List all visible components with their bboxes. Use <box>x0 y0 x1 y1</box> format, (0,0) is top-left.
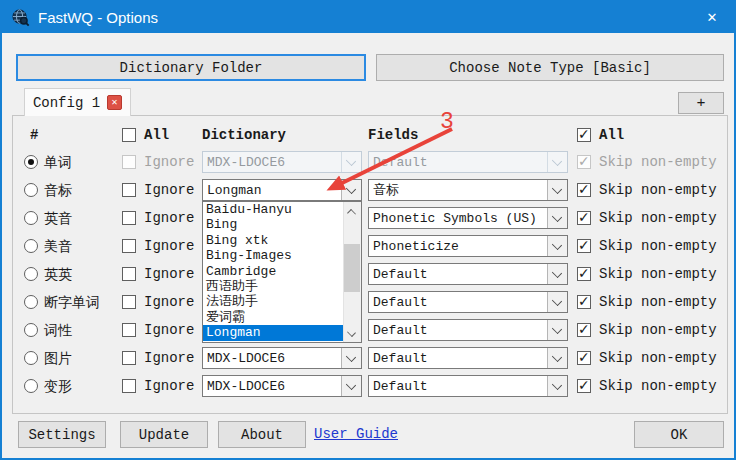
about-button[interactable]: About <box>218 421 306 448</box>
tab-close-icon[interactable]: ✕ <box>107 95 122 110</box>
dropdown-item-selected[interactable]: Longman <box>203 325 361 340</box>
tab-config-1[interactable]: Config 1 ✕ <box>24 88 131 116</box>
dropdown-item[interactable]: Cambridge <box>203 264 361 279</box>
skip-checkbox[interactable] <box>577 239 591 253</box>
skip-checkbox[interactable] <box>577 351 591 365</box>
ignore-checkbox[interactable] <box>122 323 136 337</box>
fields-select[interactable]: Default <box>368 347 568 369</box>
row-radio[interactable] <box>24 267 38 281</box>
row-radio[interactable] <box>24 239 38 253</box>
dropdown-item[interactable]: Bing <box>203 217 361 232</box>
ignore-label: Ignore <box>144 294 194 310</box>
ignore-checkbox[interactable] <box>122 183 136 197</box>
dictionary-folder-button[interactable]: Dictionary Folder <box>16 54 366 81</box>
dropdown-item[interactable]: Bing-Images <box>203 248 361 263</box>
fields-select[interactable]: Default <box>368 263 568 285</box>
ignore-label: Ignore <box>144 210 194 226</box>
dropdown-scrollbar[interactable] <box>343 202 361 342</box>
skip-label: Skip non-empty <box>599 294 717 310</box>
all-ignore-label: All <box>144 127 169 143</box>
fields-select[interactable]: Default <box>368 291 568 313</box>
row-label: 英英 <box>44 266 72 284</box>
dictionary-select[interactable]: MDX-LDOCE6 <box>202 375 362 397</box>
row-radio[interactable] <box>24 211 38 225</box>
ok-button[interactable]: OK <box>634 421 724 448</box>
fields-select[interactable]: Default <box>368 319 568 341</box>
row-radio[interactable] <box>24 351 38 365</box>
row-label: 英音 <box>44 210 72 228</box>
all-skip-label: All <box>599 127 624 143</box>
chevron-down-icon[interactable] <box>341 348 361 368</box>
dropdown-item[interactable]: Baidu-Hanyu <box>203 202 361 217</box>
ignore-checkbox[interactable] <box>122 379 136 393</box>
row-radio[interactable] <box>24 295 38 309</box>
skip-checkbox[interactable] <box>577 295 591 309</box>
skip-label: Skip non-empty <box>599 182 717 198</box>
skip-checkbox[interactable] <box>577 211 591 225</box>
options-dialog: FastWQ - Options ✕ Dictionary Folder Cho… <box>0 0 736 460</box>
chevron-down-icon[interactable] <box>547 292 567 312</box>
skip-checkbox[interactable] <box>577 379 591 393</box>
chevron-down-icon[interactable] <box>341 376 361 396</box>
dropdown-item[interactable]: 西语助手 <box>203 279 361 294</box>
row-label: 图片 <box>44 350 72 368</box>
settings-button[interactable]: Settings <box>18 421 106 448</box>
close-icon[interactable]: ✕ <box>690 2 734 33</box>
ignore-label: Ignore <box>144 266 194 282</box>
update-button[interactable]: Update <box>120 421 208 448</box>
skip-checkbox[interactable] <box>577 183 591 197</box>
ignore-checkbox[interactable] <box>122 211 136 225</box>
dropdown-item[interactable]: 法语助手 <box>203 294 361 309</box>
skip-checkbox[interactable] <box>577 323 591 337</box>
fields-select[interactable]: Phonetic Symbols (US) <box>368 207 568 229</box>
chevron-down-icon[interactable] <box>547 348 567 368</box>
add-tab-button[interactable]: + <box>678 92 724 114</box>
chevron-down-icon[interactable] <box>547 208 567 228</box>
dropdown-item[interactable]: 爱词霸 <box>203 310 361 325</box>
row-label: 词性 <box>44 322 72 340</box>
ignore-checkbox[interactable] <box>122 239 136 253</box>
row-radio[interactable] <box>24 155 38 169</box>
skip-label: Skip non-empty <box>599 378 717 394</box>
chevron-down-icon <box>341 152 361 172</box>
fields-select[interactable]: Default <box>368 375 568 397</box>
scroll-down-icon[interactable] <box>344 325 360 342</box>
chevron-down-icon[interactable] <box>341 180 361 200</box>
dictionary-select: MDX-LDOCE6 <box>202 151 362 173</box>
fields-select[interactable]: Phoneticize <box>368 235 568 257</box>
ignore-checkbox[interactable] <box>122 267 136 281</box>
scrollbar-thumb[interactable] <box>344 244 360 292</box>
choose-note-type-button[interactable]: Choose Note Type [Basic] <box>376 54 724 81</box>
chevron-down-icon[interactable] <box>547 180 567 200</box>
window-title: FastWQ - Options <box>38 9 158 26</box>
row-radio[interactable] <box>24 323 38 337</box>
ignore-checkbox[interactable] <box>122 351 136 365</box>
row-radio[interactable] <box>24 183 38 197</box>
row-label: 变形 <box>44 378 72 396</box>
chevron-down-icon <box>547 152 567 172</box>
skip-label: Skip non-empty <box>599 350 717 366</box>
skip-label: Skip non-empty <box>599 238 717 254</box>
chevron-down-icon[interactable] <box>547 320 567 340</box>
ignore-checkbox[interactable] <box>122 295 136 309</box>
add-tab-label: + <box>696 95 705 112</box>
chevron-down-icon[interactable] <box>547 264 567 284</box>
ignore-checkbox <box>122 155 136 169</box>
row-radio[interactable] <box>24 379 38 393</box>
chevron-down-icon[interactable] <box>547 376 567 396</box>
dictionary-select-open[interactable]: Longman <box>202 179 362 201</box>
header-number: # <box>30 127 38 143</box>
dictionary-select[interactable]: MDX-LDOCE6 <box>202 347 362 369</box>
fastwq-globe-icon <box>11 8 30 27</box>
fields-select[interactable]: 音标 <box>368 179 568 201</box>
all-skip-checkbox[interactable] <box>577 128 591 142</box>
all-ignore-checkbox[interactable] <box>122 128 136 142</box>
chevron-down-icon[interactable] <box>547 236 567 256</box>
header-dictionary: Dictionary <box>202 127 286 143</box>
row-label: 断字单词 <box>44 294 100 312</box>
ignore-label: Ignore <box>144 378 194 394</box>
skip-checkbox[interactable] <box>577 267 591 281</box>
user-guide-link[interactable]: User Guide <box>314 426 398 442</box>
dropdown-item[interactable]: Bing xtk <box>203 233 361 248</box>
scroll-up-icon[interactable] <box>344 202 360 219</box>
